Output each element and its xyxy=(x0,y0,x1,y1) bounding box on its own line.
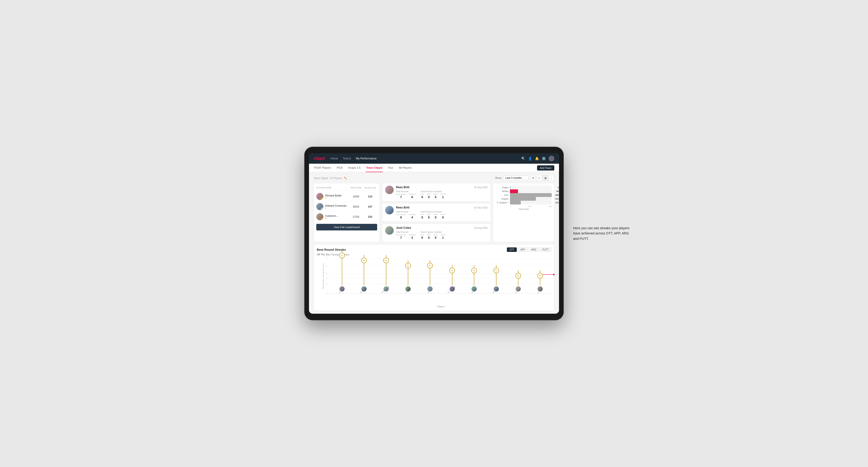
player-info-2: 2 Edward Crossman ♥ xyxy=(316,203,349,210)
player-name-3: Cameron... xyxy=(325,214,338,217)
nav-bar: clippd Home Teams My Performance 🔍 👤 🔔 ⚙… xyxy=(309,153,559,164)
pc-stats-2: Total Rounds Tournament 8 Practice xyxy=(396,211,488,219)
streak-player-info: R. Butler xyxy=(515,286,521,294)
bar-wrap: 3 xyxy=(510,186,552,189)
player-row-2: 2 Edward Crossman ♥ 18/20 107 xyxy=(316,201,377,212)
player-name-2: Edward Crossman xyxy=(325,204,346,207)
pc-name-row-3: Josh Coles 26 Aug 2023 xyxy=(396,226,488,229)
add-team-button[interactable]: Add Team xyxy=(537,165,554,170)
practice-label-1: Practice xyxy=(409,193,415,195)
grid-view-btn[interactable]: ⊞ xyxy=(530,175,536,181)
table-view-btn[interactable]: ↕ xyxy=(549,175,554,181)
practice-act-group-2: Total Practice Activities OTT 0 APP xyxy=(420,211,445,219)
bar-wrap: 311 xyxy=(510,197,552,201)
sub-nav-hcaps[interactable]: Hcaps 1-5 xyxy=(348,164,361,172)
sub-nav-team-clippd[interactable]: Team Clippd xyxy=(366,164,383,172)
practice-act-group-3: Total Practice Activities OTT 0 APP xyxy=(420,231,445,239)
streaks-filter-buttons: OTT APP ARG PUTT xyxy=(507,247,551,252)
bar-wrap: 499 xyxy=(510,193,552,197)
practice-act-group-1: Total Practice Activities OTT 0 APP xyxy=(420,190,445,199)
rounds-group-1: Total Rounds Tournament 7 Practice xyxy=(396,190,415,199)
user-avatar[interactable] xyxy=(549,156,554,161)
filter-ott[interactable]: OTT xyxy=(507,247,517,252)
card-view-btn[interactable]: ▦ xyxy=(542,175,548,181)
putt-stat-2: PUTT 0 xyxy=(441,214,445,219)
nav-icons: 🔍 👤 🔔 ⚙️ xyxy=(521,156,554,161)
practice-act-title-3: Total Practice Activities xyxy=(420,231,445,233)
ott-stat-3: OTT 0 xyxy=(420,234,424,239)
practice-stat-1: Practice 6 xyxy=(409,193,415,199)
practice-act-sub-2: OTT 0 APP 0 ARG xyxy=(420,214,445,219)
nav-teams[interactable]: Teams xyxy=(343,156,351,161)
nav-home[interactable]: Home xyxy=(331,156,338,161)
sub-nav-tour[interactable]: Tour xyxy=(388,164,394,172)
pc-name-2: Rees Britt xyxy=(396,206,409,209)
sub-nav-pgat[interactable]: PGAT Players xyxy=(314,164,332,172)
bar-fill xyxy=(510,201,521,205)
pc-avatar-3 xyxy=(385,226,394,235)
user-icon[interactable]: 👤 xyxy=(528,157,532,160)
player-card-3: Josh Coles 26 Aug 2023 Total Rounds Tour… xyxy=(382,224,491,242)
list-view-btn[interactable]: ≡ xyxy=(536,175,542,181)
player-badge-1: 1 xyxy=(320,197,323,200)
streak-bubble: 7x xyxy=(339,253,345,258)
player-info-3: 3 Cameron... ♥ xyxy=(316,213,349,220)
chart-panel: Eagles 3 Birdies 96 Pars 499 Bogeys 311 xyxy=(493,183,554,242)
pc-date-3: 26 Aug 2023 xyxy=(474,227,488,229)
streak-bar-group: 5x R. Britt xyxy=(419,260,441,294)
bar-label: D. Bogeys + xyxy=(496,201,508,204)
bar-label: Birdies xyxy=(496,190,508,192)
edit-icon[interactable]: ✏️ xyxy=(344,177,347,180)
bar-label: Bogeys xyxy=(496,198,508,200)
streak-player-info: E. Crossman xyxy=(447,286,457,294)
streak-bar-group: 3x R. Butler xyxy=(507,270,529,294)
rounds-title-2: Total Rounds xyxy=(396,211,415,213)
col-player-name: PLAYER NAME xyxy=(316,187,349,189)
practice-stat-3: Practice 2 xyxy=(409,234,415,239)
pc-stats-1: Total Rounds Tournament 7 Practice xyxy=(396,190,488,199)
streak-bar-group: 6x B. McHarg xyxy=(353,255,375,294)
player-avg-3: 103 xyxy=(363,215,377,218)
pc-name-row-2: Rees Britt 02 Sep 2023 xyxy=(396,206,488,209)
streak-bar-group: 4x D. Ford xyxy=(463,265,485,294)
x-axis-label: Players xyxy=(317,305,551,308)
practice-act-sub-3: OTT 0 APP 0 ARG xyxy=(420,234,445,239)
search-icon[interactable]: 🔍 xyxy=(521,157,525,160)
period-select[interactable]: Last 3 months Last 6 months Last 12 mont… xyxy=(503,176,528,180)
bar-chart: Eagles 3 Birdies 96 Pars 499 Bogeys 311 xyxy=(496,186,552,205)
sub-nav-pga[interactable]: PGA xyxy=(336,164,343,172)
practice-act-sub-1: OTT 0 APP 0 ARG xyxy=(420,193,445,199)
bar-value: 3 xyxy=(558,186,559,189)
bell-icon[interactable]: 🔔 xyxy=(535,157,539,160)
practice-stat-2: Practice 4 xyxy=(409,214,415,219)
sub-nav-all-players[interactable]: All Players xyxy=(398,164,412,172)
arg-stat-1: ARG 0 xyxy=(434,193,437,199)
tournament-label-1: Tournament xyxy=(396,193,406,195)
filter-putt[interactable]: PUTT xyxy=(540,247,551,252)
streak-player-info: D. Ford xyxy=(471,286,477,294)
bar-value: 311 xyxy=(555,198,559,200)
ott-stat-2: OTT 0 xyxy=(420,214,424,219)
bar-wrap: 131 xyxy=(510,201,552,205)
bar-value: 96 xyxy=(556,190,559,192)
practice-act-title-1: Total Practice Activities xyxy=(420,190,445,193)
filter-arg[interactable]: ARG xyxy=(529,247,539,252)
settings-icon[interactable]: ⚙️ xyxy=(542,157,546,160)
bar-label: Eagles xyxy=(496,186,508,189)
view-full-leaderboard-button[interactable]: View Full Leaderboard xyxy=(316,224,377,230)
streak-bubble: 6x xyxy=(361,257,367,263)
player-name-1: Richard Butler xyxy=(325,194,342,197)
tournament-stat-2: Tournament 8 xyxy=(396,214,406,219)
streak-bar-group: 6x D. Billingham xyxy=(375,255,397,294)
bar-fill xyxy=(510,193,552,197)
player-row-3: 3 Cameron... ♥ 17/20 103 xyxy=(316,212,377,222)
leaderboard-header: PLAYER NAME PB SCORE PB AVG SQ xyxy=(316,186,377,190)
streak-chart-area: Best Streak, Fairway Accuracy 7 6 xyxy=(317,258,551,305)
callout-container: Here you can see streaks your players ha… xyxy=(573,225,634,241)
app-stat-1: APP 0 xyxy=(427,193,431,199)
filter-app[interactable]: APP xyxy=(518,247,528,252)
rounds-group-2: Total Rounds Tournament 8 Practice xyxy=(396,211,415,219)
nav-my-performance[interactable]: My Performance xyxy=(356,156,376,161)
streak-bubble: 3x xyxy=(537,273,543,279)
pc-name-row-1: Rees Britt 02 Sep 2023 xyxy=(396,186,488,189)
